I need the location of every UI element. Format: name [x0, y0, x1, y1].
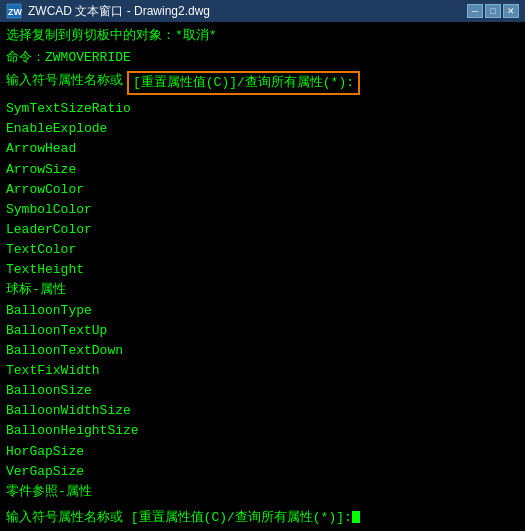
attr-balloonsize: BalloonSize: [6, 381, 519, 401]
prompt-label: 输入符号属性名称或: [6, 71, 123, 89]
attr-symtextshareratio: SymTextSizeRatio: [6, 99, 519, 119]
command-line: 命令：ZWMOVERRIDE: [6, 48, 519, 68]
attr-enableexplode: EnableExplode: [6, 119, 519, 139]
attr-balloontextup: BalloonTextUp: [6, 321, 519, 341]
attr-arrowcolor: ArrowColor: [6, 180, 519, 200]
app-icon: ZW: [6, 3, 22, 19]
attr-part-reference: 零件参照-属性: [6, 482, 519, 502]
attr-balloon-property: 球标-属性: [6, 280, 519, 300]
maximize-button[interactable]: □: [485, 4, 501, 18]
status-line-1: 选择复制到剪切板中的对象：*取消*: [6, 26, 519, 46]
minimize-button[interactable]: ─: [467, 4, 483, 18]
title-bar: ZW ZWCAD 文本窗口 - Drawing2.dwg ─ □ ✕: [0, 0, 525, 22]
attr-arrowsize: ArrowSize: [6, 160, 519, 180]
attr-balloonheightsize: BalloonHeightSize: [6, 421, 519, 441]
attr-textfixwidth: TextFixWidth: [6, 361, 519, 381]
attr-vergapsize: VerGapSize: [6, 462, 519, 482]
prompt-container: 输入符号属性名称或 [重置属性值(C)]/查询所有属性(*):: [6, 71, 519, 95]
cursor: [352, 511, 360, 523]
attr-horgapsize: HorGapSize: [6, 442, 519, 462]
attr-leadercolor: LeaderColor: [6, 220, 519, 240]
close-button[interactable]: ✕: [503, 4, 519, 18]
attr-arrowhead: ArrowHead: [6, 139, 519, 159]
attr-balloonwidthsize: BalloonWidthSize: [6, 401, 519, 421]
prompt-highlight: [重置属性值(C)]/查询所有属性(*):: [127, 71, 360, 95]
attr-balloontextdown: BalloonTextDown: [6, 341, 519, 361]
window-title: ZWCAD 文本窗口 - Drawing2.dwg: [28, 3, 467, 20]
attr-symbolcolor: SymbolColor: [6, 200, 519, 220]
bottom-prompt: 输入符号属性名称或 [重置属性值(C)/查询所有属性(*)]:: [6, 508, 360, 528]
terminal-content: 选择复制到剪切板中的对象：*取消* 命令：ZWMOVERRIDE 输入符号属性名…: [0, 22, 525, 531]
svg-text:ZW: ZW: [8, 7, 22, 17]
attribute-list: SymTextSizeRatio EnableExplode ArrowHead…: [6, 99, 519, 502]
attr-textheight: TextHeight: [6, 260, 519, 280]
attr-textcolor: TextColor: [6, 240, 519, 260]
window-controls[interactable]: ─ □ ✕: [467, 4, 519, 18]
attr-balloontype: BalloonType: [6, 301, 519, 321]
bottom-prompt-text: 输入符号属性名称或 [重置属性值(C)/查询所有属性(*)]:: [6, 510, 352, 525]
